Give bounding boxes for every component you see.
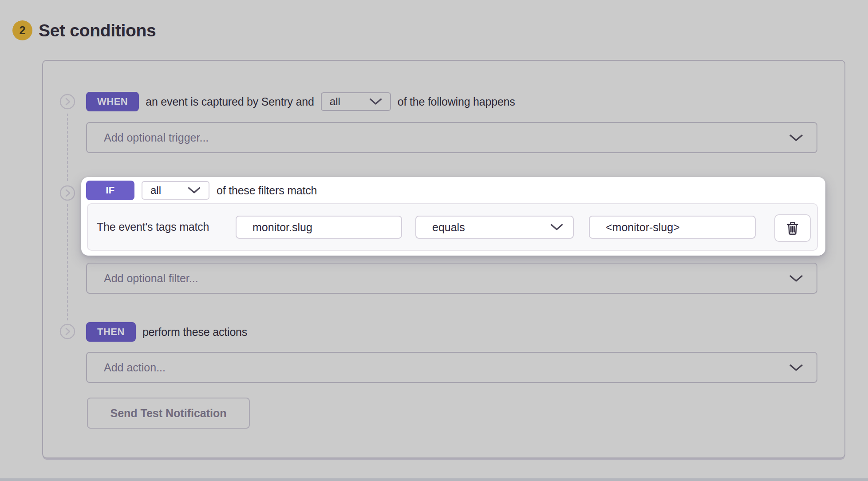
chevron-right-circle-icon (59, 323, 75, 339)
chevron-down-icon (789, 134, 803, 142)
add-trigger-placeholder: Add optional trigger... (104, 131, 209, 144)
page-bottom-edge (0, 478, 868, 481)
then-badge: THEN (86, 322, 136, 342)
filter-condition-row: The event's tags match equals (87, 203, 818, 251)
set-conditions-page: 2 Set conditions WHEN an event is captur… (0, 0, 868, 481)
filter-label: The event's tags match (97, 204, 209, 250)
page-title: Set conditions (39, 21, 156, 40)
delete-filter-button[interactable] (774, 214, 811, 242)
if-match-value: all (150, 184, 161, 197)
if-match-select[interactable]: all (142, 181, 209, 200)
send-test-notification-button[interactable]: Send Test Notification (87, 398, 250, 429)
when-tail-text: of the following happens (398, 95, 515, 108)
chevron-down-icon (789, 364, 803, 371)
filter-value-input[interactable] (589, 216, 756, 239)
filter-key-input[interactable] (236, 216, 402, 239)
chevron-down-icon (369, 98, 382, 105)
step-number-badge: 2 (12, 20, 32, 40)
add-filter-placeholder: Add optional filter... (104, 272, 198, 285)
if-tail-text: of these filters match (217, 184, 317, 197)
filter-operator-select[interactable]: equals (415, 216, 574, 239)
when-collapse-toggle[interactable] (59, 94, 75, 110)
when-match-select[interactable]: all (321, 92, 391, 111)
if-row: IF all of these filters match (86, 180, 317, 201)
chevron-right-circle-icon (59, 94, 75, 110)
add-trigger-dropdown[interactable]: Add optional trigger... (86, 122, 817, 153)
chevron-right-circle-icon (59, 185, 75, 201)
add-filter-dropdown[interactable]: Add optional filter... (86, 263, 817, 294)
step-header: 2 Set conditions (12, 20, 156, 40)
add-action-dropdown[interactable]: Add action... (86, 352, 817, 383)
then-tail-text: perform these actions (142, 326, 247, 339)
when-lead-text: an event is captured by Sentry and (146, 95, 314, 108)
connector-line (67, 114, 68, 181)
if-collapse-toggle[interactable] (59, 185, 75, 201)
trash-icon (786, 221, 799, 236)
chevron-down-icon (789, 275, 803, 282)
chevron-down-icon (550, 224, 563, 231)
when-match-value: all (330, 95, 340, 108)
add-action-placeholder: Add action... (104, 361, 166, 374)
then-collapse-toggle[interactable] (59, 323, 75, 339)
connector-line (67, 204, 68, 320)
when-row: WHEN an event is captured by Sentry and … (86, 91, 515, 112)
filter-operator-value: equals (432, 221, 465, 234)
if-badge: IF (86, 181, 134, 200)
then-row: THEN perform these actions (86, 321, 247, 343)
when-badge: WHEN (86, 92, 139, 111)
chevron-down-icon (188, 187, 201, 194)
